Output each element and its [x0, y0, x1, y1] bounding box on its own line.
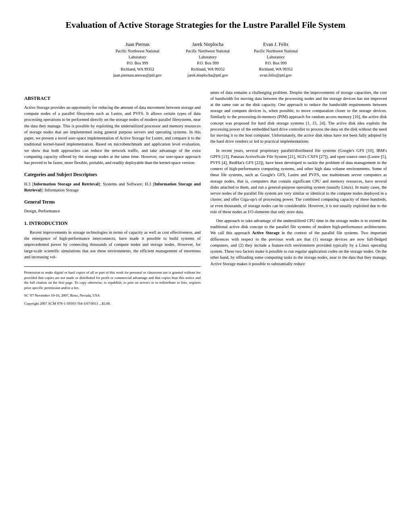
- categories-body: H.3 [Information Storage and Retrieval]:…: [24, 181, 201, 193]
- author-2-affil1: Pacific Northwest National: [186, 48, 230, 54]
- author-1-name: Juan Piernas: [113, 41, 162, 48]
- paper-container: Evaluation of Active Storage Strategies …: [24, 19, 387, 309]
- abstract-heading: ABSTRACT: [24, 95, 201, 102]
- author-2-affil2: Laboratory: [186, 54, 230, 60]
- author-1-email: juan.piernascanovas@pnl.gov: [113, 72, 162, 78]
- author-2-affil3: P.O. Box 999: [186, 60, 230, 66]
- authors-row: Juan Piernas Pacific Northwest National …: [24, 41, 387, 78]
- general-terms-body: Design, Performance: [24, 208, 201, 214]
- author-3-affil2: Laboratory: [254, 54, 298, 60]
- author-3-affil1: Pacific Northwest National: [254, 48, 298, 54]
- title-section: Evaluation of Active Storage Strategies …: [24, 19, 387, 78]
- author-3-email: evan.felix@pnl.gov: [254, 72, 298, 78]
- author-2-affil4: Richland, WA 99352: [186, 66, 230, 72]
- footer-line2: SC '07 November 10-16, 2007, Reno, Nevad…: [24, 293, 201, 298]
- author-2: Jarek Nieplocha Pacific Northwest Nation…: [186, 41, 230, 78]
- footer-line3: Copyright 2007 ACM 978-1-59593-764-3/07/…: [24, 301, 201, 306]
- author-2-email: jarek.nieplocha@pnl.gov: [186, 72, 230, 78]
- author-1: Juan Piernas Pacific Northwest National …: [113, 41, 162, 78]
- author-3: Evan J. Felix Pacific Northwest National…: [254, 41, 298, 78]
- author-3-name: Evan J. Felix: [254, 41, 298, 48]
- author-1-affil3: P.O. Box 999: [113, 60, 162, 66]
- right-para2: In recent years, several proprietary par…: [210, 148, 387, 215]
- intro-para1: Recent improvements in storage technolog…: [24, 229, 201, 260]
- cat-bold-1: Information Storage and Retrieval: [33, 182, 98, 186]
- two-column-body: ABSTRACT Active Storage provides an oppo…: [24, 89, 387, 309]
- right-para3: One approach to take advantage of the un…: [210, 218, 387, 267]
- author-1-affil2: Laboratory: [113, 54, 162, 60]
- active-storage-bold: Active Storage: [252, 231, 279, 235]
- right-column: umes of data remains a challenging probl…: [210, 89, 387, 309]
- author-1-affil1: Pacific Northwest National: [113, 48, 162, 54]
- footer-note: Permission to make digital or hard copie…: [24, 266, 201, 306]
- abstract-body: Active Storage provides an opportunity f…: [24, 104, 201, 166]
- right-para1: umes of data remains a challenging probl…: [210, 89, 387, 145]
- paper-title: Evaluation of Active Storage Strategies …: [24, 19, 387, 31]
- author-2-name: Jarek Nieplocha: [186, 41, 230, 48]
- footer-line1: Permission to make digital or hard copie…: [24, 270, 201, 290]
- left-column: ABSTRACT Active Storage provides an oppo…: [24, 89, 201, 309]
- author-3-affil3: P.O. Box 999: [254, 60, 298, 66]
- author-3-affil4: Richland, WA 99352: [254, 66, 298, 72]
- general-terms-heading: General Terms: [24, 199, 201, 206]
- intro-heading: 1. INTRODUCTION: [24, 220, 201, 227]
- author-1-affil4: Richland, WA 99352: [113, 66, 162, 72]
- categories-heading: Categories and Subject Descriptors: [24, 171, 201, 178]
